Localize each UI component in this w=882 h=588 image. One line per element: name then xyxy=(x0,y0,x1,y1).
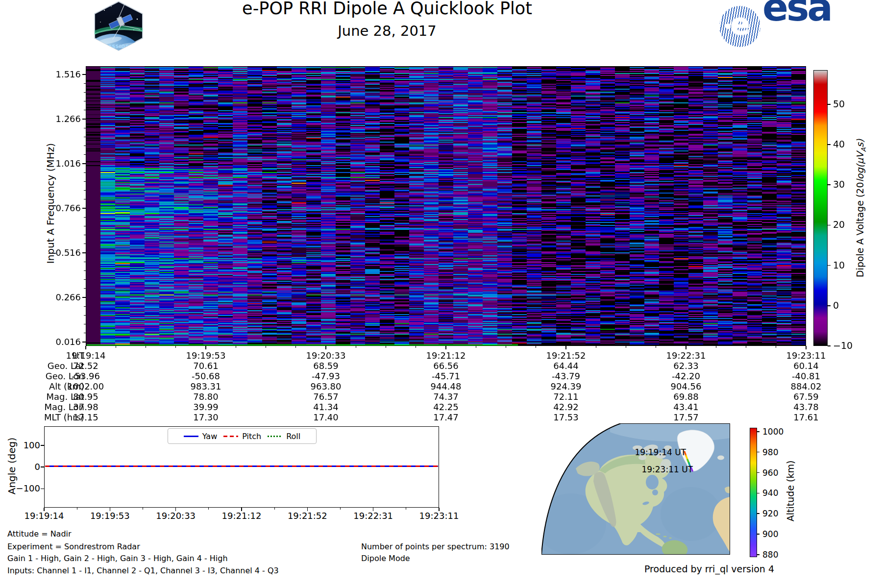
spectro-y-minortick xyxy=(84,288,86,289)
colorbar-tick xyxy=(828,345,831,346)
esa-e-glyph: e xyxy=(730,7,750,41)
colorbar-tick-label: 20 xyxy=(833,219,845,230)
axis-row-value: 78.80 xyxy=(157,392,255,402)
angle-y-tick xyxy=(41,445,44,446)
spectro-y-minortick xyxy=(84,217,86,218)
axis-row-value: 1002.00 xyxy=(37,381,135,392)
altitude-colorbar-tick xyxy=(757,472,760,473)
axis-row-value: 64.44 xyxy=(517,361,615,371)
axis-row-value: 17.15 xyxy=(37,412,135,423)
colorbar-label-italic: log(μV xyxy=(855,152,865,182)
spectro-x-minortick xyxy=(175,346,176,348)
angle-y-tick-label: 100 xyxy=(5,440,40,451)
axis-row-value: 76.57 xyxy=(277,392,375,402)
angle-x-tick-label: 19:20:33 xyxy=(142,511,210,521)
spectro-y-tick xyxy=(82,297,86,298)
axis-row-value: 17.57 xyxy=(637,412,735,423)
colorbar-tick-label: −10 xyxy=(833,340,853,351)
spectro-y-minortick xyxy=(84,92,86,93)
groundtrack-map: 19:19:14 UT 19:23:11 UT xyxy=(541,423,730,555)
colorbar-tick xyxy=(828,265,831,266)
spectro-y-minortick xyxy=(84,137,86,137)
spectro-y-minortick xyxy=(84,146,86,146)
spectro-x-minortick xyxy=(386,346,386,348)
roll-line-sample-icon xyxy=(268,436,282,437)
legend-label-roll: Roll xyxy=(286,432,300,441)
axis-row-value: -47.93 xyxy=(277,371,375,382)
axis-row-value: 67.59 xyxy=(757,392,855,402)
annotation-points-per-spectrum: Number of points per spectrum: 3190 xyxy=(361,542,510,551)
axis-row-value: 17.61 xyxy=(757,412,855,423)
voltage-colorbar-label: Dipole A Voltage (20log(μVAs) xyxy=(855,69,869,348)
freq-tick-label: 0.266 xyxy=(44,292,81,303)
angle-y-tick-label: −100 xyxy=(5,483,40,494)
spectro-y-minortick xyxy=(84,190,86,191)
esa-star-dot-icon xyxy=(725,24,731,29)
spectro-y-minortick xyxy=(84,101,86,101)
spectro-x-minortick xyxy=(416,346,416,348)
spectro-y-minortick xyxy=(84,128,86,128)
altitude-colorbar-tick-label: 1000 xyxy=(762,426,784,437)
spectro-x-minortick xyxy=(116,346,116,348)
axis-row-value: 19:21:52 xyxy=(517,350,615,361)
spectro-x-minortick xyxy=(266,346,266,348)
freq-tick-label: 1.266 xyxy=(44,114,81,124)
axis-row-value: 72.11 xyxy=(517,392,615,402)
spectro-x-minortick xyxy=(506,346,506,348)
freq-tick-label: 0.516 xyxy=(44,247,81,258)
annotation-dipole-mode: Dipole Mode xyxy=(361,554,410,563)
axis-row-value: 68.59 xyxy=(277,361,375,371)
angle-x-tick-label: 19:19:53 xyxy=(75,511,144,521)
axis-row-value: -45.71 xyxy=(397,371,495,382)
altitude-colorbar-tick-label: 980 xyxy=(762,447,778,458)
axis-row-value: 19:19:53 xyxy=(157,350,255,361)
spectro-x-tick xyxy=(565,346,566,349)
altitude-colorbar-tick-label: 880 xyxy=(762,549,778,560)
colorbar-label-prefix: Dipole A Voltage (20 xyxy=(855,182,865,277)
freq-tick-label: 1.516 xyxy=(44,69,81,80)
produced-by-text: Produced by rri_ql version 4 xyxy=(627,564,774,574)
spectro-y-minortick xyxy=(84,306,86,307)
axis-row-value: 17.30 xyxy=(157,412,255,423)
spectro-y-minortick xyxy=(84,262,86,262)
axis-row-value: 80.95 xyxy=(37,392,135,402)
spectro-x-minortick xyxy=(356,346,356,348)
annotation-experiment: Experiment = Sondrestrom Radar xyxy=(7,542,140,551)
angle-legend: Yaw Pitch Roll xyxy=(168,428,317,444)
axis-row-value: 19:20:33 xyxy=(277,350,375,361)
colorbar-label-subscript: A xyxy=(860,147,867,152)
axis-row-value: -53.96 xyxy=(37,371,135,382)
axis-row-value: 69.88 xyxy=(637,392,735,402)
angle-x-tick-label: 19:21:52 xyxy=(273,511,342,521)
spectro-y-tick xyxy=(82,119,86,120)
spectro-y-tick xyxy=(82,342,86,343)
spectrogram-heatmap xyxy=(86,66,806,346)
track-start-time-label: 19:19:14 UT xyxy=(635,447,686,457)
esa-globe-icon: e xyxy=(719,6,760,47)
spectro-x-tick xyxy=(325,346,326,349)
axis-row-value: 884.02 xyxy=(757,381,855,392)
axis-row-value: 72.52 xyxy=(37,361,135,371)
spectro-x-tick xyxy=(85,346,86,349)
spectro-x-minortick xyxy=(596,346,596,348)
axis-row-value: 924.39 xyxy=(517,381,615,392)
angle-y-tick-label: 0 xyxy=(5,462,40,472)
axis-row-value: 41.34 xyxy=(277,402,375,413)
axis-row-value: 70.61 xyxy=(157,361,255,371)
spectro-y-minortick xyxy=(84,199,86,199)
spectro-y-minortick xyxy=(84,181,86,182)
axis-row-value: 43.41 xyxy=(637,402,735,413)
angle-x-minortick xyxy=(340,508,341,510)
axis-row-value: 66.56 xyxy=(397,361,495,371)
colorbar-tick xyxy=(828,305,831,306)
annotation-gains: Gain 1 - High, Gain 2 - High, Gain 3 - H… xyxy=(7,554,228,563)
spectro-x-minortick xyxy=(295,346,296,348)
spectro-x-minortick xyxy=(146,346,146,348)
altitude-colorbar-tick xyxy=(757,513,760,514)
colorbar-tick-label: 30 xyxy=(833,179,845,190)
spectro-y-minortick xyxy=(84,154,86,155)
angle-x-minortick xyxy=(143,508,143,510)
spectro-y-minortick xyxy=(84,324,86,324)
spectro-y-minortick xyxy=(84,244,86,244)
spectro-y-tick xyxy=(82,163,86,164)
